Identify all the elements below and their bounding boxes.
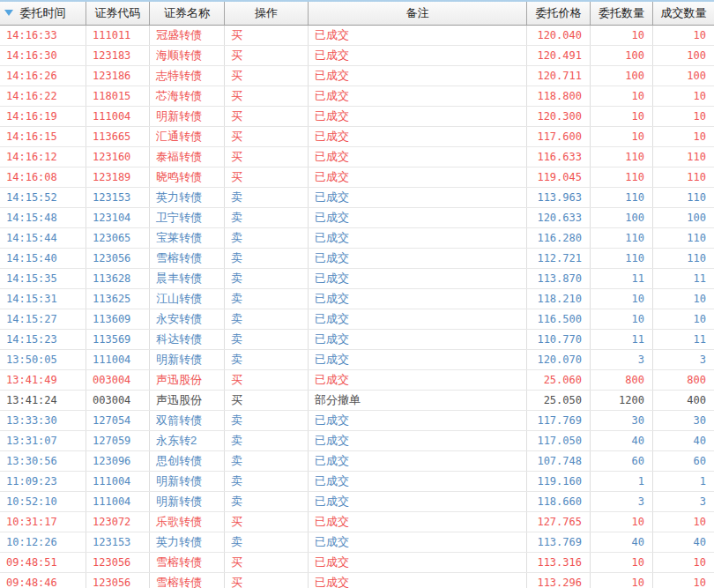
cell-remark: 已成交: [309, 330, 527, 349]
table-row[interactable]: 14:16:30 123183 海顺转债 买 已成交 120.491 100 1…: [0, 46, 714, 66]
table-row[interactable]: 10:52:10 111004 明新转债 卖 已成交 118.660 3 3: [0, 492, 714, 512]
table-row[interactable]: 14:15:23 113569 科达转债 卖 已成交 110.770 11 11: [0, 330, 714, 350]
table-row[interactable]: 13:33:30 127054 双箭转债 卖 已成交 117.769 30 30: [0, 411, 714, 431]
column-header-filled-quantity[interactable]: 成交数量: [653, 2, 714, 25]
table-row[interactable]: 14:16:33 111011 冠盛转债 买 已成交 120.040 10 10: [0, 26, 714, 46]
cell-order-time: 14:16:08: [0, 167, 86, 187]
cell-order-price: 116.280: [527, 228, 591, 248]
table-row[interactable]: 14:16:15 113665 汇通转债 买 已成交 117.600 10 10: [0, 127, 714, 147]
cell-order-time: 13:31:07: [0, 431, 86, 450]
cell-remark: 已成交: [309, 350, 527, 369]
cell-operation: 买: [225, 66, 309, 86]
cell-order-time: 14:16:15: [0, 127, 86, 146]
cell-order-quantity: 10: [591, 127, 653, 146]
cell-remark: 已成交: [309, 26, 527, 45]
cell-operation: 买: [225, 127, 309, 146]
cell-security-name: 卫宁转债: [150, 208, 225, 227]
cell-security-code: 113625: [86, 289, 150, 309]
cell-security-name: 芯海转债: [150, 86, 225, 106]
table-row[interactable]: 09:48:46 123056 雪榕转债 买 已成交 113.296 10 10: [0, 573, 714, 588]
cell-remark: 已成交: [309, 289, 527, 309]
cell-order-quantity: 110: [591, 167, 653, 187]
cell-security-name: 宝莱转债: [150, 228, 225, 248]
column-header-security-code[interactable]: 证券代码: [86, 2, 150, 25]
cell-filled-quantity: 30: [653, 411, 714, 430]
table-row[interactable]: 13:50:05 111004 明新转债 卖 已成交 120.070 3 3: [0, 350, 714, 370]
column-header-label: 委托时间: [20, 5, 66, 21]
column-header-security-name[interactable]: 证券名称: [150, 2, 225, 25]
cell-operation: 买: [225, 107, 309, 126]
cell-remark: 已成交: [309, 107, 527, 126]
cell-security-name: 雪榕转债: [150, 553, 225, 572]
cell-security-code: 111004: [86, 350, 150, 369]
cell-order-time: 14:15:35: [0, 269, 86, 288]
cell-operation: 买: [225, 167, 309, 187]
table-row[interactable]: 14:15:40 123056 雪榕转债 卖 已成交 112.721 110 1…: [0, 249, 714, 269]
cell-security-code: 123186: [86, 66, 150, 86]
cell-remark: 已成交: [309, 249, 527, 268]
cell-security-code: 123056: [86, 573, 150, 588]
table-row[interactable]: 10:12:26 123153 英力转债 卖 已成交 113.769 40 40: [0, 532, 714, 553]
cell-security-code: 127059: [86, 431, 150, 450]
cell-remark: 已成交: [309, 86, 527, 106]
cell-operation: 买: [225, 370, 309, 390]
cell-order-quantity: 110: [591, 249, 653, 268]
cell-order-time: 14:15:44: [0, 228, 86, 248]
cell-filled-quantity: 40: [653, 532, 714, 552]
table-row[interactable]: 11:09:23 111004 明新转债 卖 已成交 119.160 1 1: [0, 472, 714, 492]
cell-security-code: 118015: [86, 86, 150, 106]
cell-remark: 已成交: [309, 411, 527, 430]
table-row[interactable]: 10:31:17 123072 乐歌转债 买 已成交 127.765 10 10: [0, 512, 714, 532]
table-row[interactable]: 14:15:48 123104 卫宁转债 卖 已成交 120.633 100 1…: [0, 208, 714, 228]
table-row[interactable]: 14:16:08 123189 晓鸣转债 买 已成交 119.045 110 1…: [0, 167, 714, 188]
cell-filled-quantity: 100: [653, 208, 714, 227]
cell-order-price: 107.748: [527, 451, 591, 471]
cell-operation: 卖: [225, 451, 309, 471]
column-header-label: 证券代码: [95, 5, 141, 21]
table-row[interactable]: 14:16:22 118015 芯海转债 买 已成交 118.800 10 10: [0, 86, 714, 107]
table-row[interactable]: 14:15:27 113609 永安转债 卖 已成交 116.500 10 10: [0, 309, 714, 330]
cell-security-name: 泰福转债: [150, 147, 225, 167]
cell-order-price: 119.160: [527, 472, 591, 491]
cell-filled-quantity: 11: [653, 269, 714, 288]
cell-remark: 已成交: [309, 553, 527, 572]
cell-security-name: 雪榕转债: [150, 573, 225, 588]
cell-filled-quantity: 10: [653, 553, 714, 572]
table-row[interactable]: 13:31:07 127059 永东转2 卖 已成交 117.050 40 40: [0, 431, 714, 451]
table-row[interactable]: 09:48:51 123056 雪榕转债 买 已成交 113.316 10 10: [0, 553, 714, 573]
cell-security-code: 113569: [86, 330, 150, 349]
table-row[interactable]: 14:15:52 123153 英力转债 卖 已成交 113.963 110 1…: [0, 188, 714, 208]
column-header-order-quantity[interactable]: 委托数量: [591, 2, 653, 25]
cell-filled-quantity: 110: [653, 249, 714, 268]
cell-operation: 卖: [225, 208, 309, 227]
table-row[interactable]: 13:41:24 003004 声迅股份 买 部分撤单 25.050 1200 …: [0, 391, 714, 411]
table-row[interactable]: 14:15:44 123065 宝莱转债 卖 已成交 116.280 110 1…: [0, 228, 714, 249]
table-row[interactable]: 14:15:31 113625 江山转债 卖 已成交 118.210 10 10: [0, 289, 714, 309]
cell-operation: 买: [225, 147, 309, 167]
column-header-order-price[interactable]: 委托价格: [527, 2, 591, 25]
column-header-operation[interactable]: 操作: [225, 2, 309, 25]
cell-order-quantity: 40: [591, 431, 653, 450]
cell-security-name: 乐歌转债: [150, 512, 225, 532]
table-row[interactable]: 13:30:56 123096 思创转债 卖 已成交 107.748 60 60: [0, 451, 714, 472]
table-row[interactable]: 14:16:12 123160 泰福转债 买 已成交 116.633 110 1…: [0, 147, 714, 167]
table-row[interactable]: 14:16:26 123186 志特转债 买 已成交 120.711 100 1…: [0, 66, 714, 86]
cell-order-time: 14:16:26: [0, 66, 86, 86]
cell-order-price: 120.491: [527, 46, 591, 65]
cell-security-name: 海顺转债: [150, 46, 225, 65]
cell-order-quantity: 10: [591, 573, 653, 588]
cell-security-name: 永东转2: [150, 431, 225, 450]
cell-filled-quantity: 3: [653, 350, 714, 369]
cell-order-quantity: 10: [591, 309, 653, 329]
table-row[interactable]: 13:41:49 003004 声迅股份 买 已成交 25.060 800 80…: [0, 370, 714, 391]
cell-order-price: 113.316: [527, 553, 591, 572]
column-header-remark[interactable]: 备注: [309, 2, 527, 25]
cell-order-quantity: 40: [591, 532, 653, 552]
cell-security-code: 123056: [86, 249, 150, 268]
column-header-order-time[interactable]: 委托时间: [0, 2, 86, 25]
column-header-label: 备注: [406, 5, 429, 21]
table-row[interactable]: 14:15:35 113628 晨丰转债 卖 已成交 113.870 11 11: [0, 269, 714, 289]
cell-order-price: 25.060: [527, 370, 591, 390]
cell-remark: 已成交: [309, 167, 527, 187]
table-row[interactable]: 14:16:19 111004 明新转债 买 已成交 120.300 10 10: [0, 107, 714, 127]
